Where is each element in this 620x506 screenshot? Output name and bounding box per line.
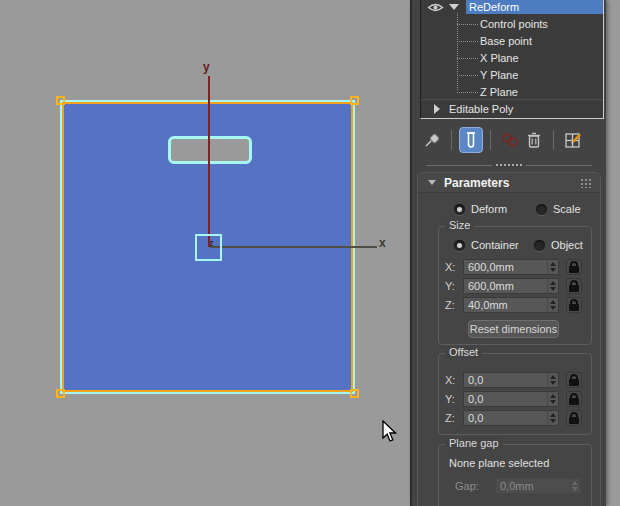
size-x-input[interactable]: 600,0mm: [463, 259, 559, 275]
stack-subitem-x-plane[interactable]: X Plane: [457, 51, 519, 65]
stack-subitem-z-plane[interactable]: Z Plane: [457, 85, 518, 99]
stack-subitem-control-points[interactable]: Control points: [457, 17, 548, 31]
scale-radio-label[interactable]: Scale: [553, 203, 581, 215]
size-x-label: X:: [445, 261, 463, 273]
corner-handle-top-right[interactable]: [350, 96, 359, 105]
subitem-label[interactable]: Base point: [478, 35, 532, 47]
scale-radio-group[interactable]: Scale: [536, 203, 581, 215]
x-axis-line: [210, 246, 377, 248]
size-group-title: Size: [445, 219, 474, 231]
control-point-slot[interactable]: [168, 136, 252, 164]
modifier-stack-list[interactable]: ReDeform Control points Base point X Pla…: [420, 0, 604, 119]
viewport[interactable]: y x z: [0, 0, 410, 506]
offset-y-input[interactable]: 0,0: [463, 391, 559, 407]
offset-z-spinner[interactable]: [547, 411, 558, 425]
chevron-down-icon[interactable]: [449, 4, 459, 10]
gap-value: 0,0mm: [496, 480, 569, 492]
size-z-lock-button[interactable]: [566, 297, 582, 313]
size-y-value[interactable]: 600,0mm: [464, 280, 547, 292]
offset-z-value[interactable]: 0,0: [464, 412, 547, 424]
offset-y-label: Y:: [445, 393, 463, 405]
stack-item-editable-poly[interactable]: Editable Poly: [421, 99, 603, 118]
rollout-collapse-icon[interactable]: [428, 180, 436, 185]
gap-input: 0,0mm: [495, 478, 581, 494]
size-z-value[interactable]: 40,0mm: [464, 299, 547, 311]
make-unique-button[interactable]: [498, 127, 522, 153]
corner-handle-bottom-left[interactable]: [56, 389, 65, 398]
corner-handle-top-left[interactable]: [56, 96, 65, 105]
subitem-label[interactable]: X Plane: [478, 52, 519, 64]
divider-line: [526, 165, 592, 166]
toolbar-separator: [553, 130, 554, 150]
configure-modifier-sets-button[interactable]: [561, 127, 585, 153]
offset-z-lock-button[interactable]: [566, 410, 582, 426]
offset-y-lock-button[interactable]: [566, 391, 582, 407]
size-y-input[interactable]: 600,0mm: [463, 278, 559, 294]
panel-resize-grip[interactable]: [426, 162, 592, 168]
modifier-row-redeform[interactable]: ReDeform: [421, 0, 603, 14]
base-object-label[interactable]: Editable Poly: [449, 103, 513, 115]
object-radio-group[interactable]: Object: [534, 239, 583, 251]
container-radio[interactable]: [454, 240, 465, 251]
size-group: Size Container Object X: 600,0mm Y:: [438, 226, 592, 345]
subitem-label[interactable]: Z Plane: [478, 86, 518, 98]
size-y-row: Y: 600,0mm: [445, 278, 582, 294]
chevron-right-icon[interactable]: [434, 104, 440, 114]
gap-row: Gap: 0,0mm: [455, 478, 581, 494]
stack-subitem-y-plane[interactable]: Y Plane: [457, 68, 518, 82]
deform-radio-group[interactable]: Deform: [454, 203, 507, 215]
trash-icon: [526, 131, 542, 149]
rollout-drag-grip-icon[interactable]: [580, 178, 592, 188]
stack-subitem-base-point[interactable]: Base point: [457, 34, 532, 48]
deform-radio[interactable]: [454, 204, 465, 215]
size-z-row: Z: 40,0mm: [445, 297, 582, 313]
remove-modifier-button[interactable]: [522, 127, 546, 153]
size-y-lock-button[interactable]: [566, 278, 582, 294]
offset-x-spinner[interactable]: [547, 373, 558, 387]
subitem-label[interactable]: Control points: [478, 18, 548, 30]
show-end-result-button[interactable]: [459, 127, 483, 153]
size-x-lock-button[interactable]: [566, 259, 582, 275]
visibility-eye-icon[interactable]: [427, 2, 444, 13]
offset-y-value[interactable]: 0,0: [464, 393, 547, 405]
mouse-cursor-icon: [382, 420, 397, 442]
container-radio-group[interactable]: Container: [454, 239, 519, 251]
selected-modifier-label[interactable]: ReDeform: [466, 0, 603, 14]
scale-radio[interactable]: [536, 204, 547, 215]
deform-radio-label[interactable]: Deform: [471, 203, 507, 215]
object-radio-label[interactable]: Object: [551, 239, 583, 251]
rollout-title: Parameters: [444, 176, 580, 190]
offset-x-label: X:: [445, 374, 463, 386]
parameters-rollout-header[interactable]: Parameters: [418, 173, 600, 193]
object-radio[interactable]: [534, 240, 545, 251]
offset-x-input[interactable]: 0,0: [463, 372, 559, 388]
size-x-spinner[interactable]: [547, 260, 558, 274]
offset-group-title: Offset: [445, 346, 482, 358]
size-z-input[interactable]: 40,0mm: [463, 297, 559, 313]
modifier-stack-toolbar: [420, 126, 600, 154]
y-axis-label: y: [203, 60, 210, 74]
size-x-value[interactable]: 600,0mm: [464, 261, 547, 273]
configure-modifier-sets-icon: [564, 131, 583, 149]
offset-z-row: Z: 0,0: [445, 410, 582, 426]
offset-x-value[interactable]: 0,0: [464, 374, 547, 386]
size-z-spinner[interactable]: [547, 298, 558, 312]
offset-y-spinner[interactable]: [547, 392, 558, 406]
show-end-result-icon: [465, 131, 477, 149]
gap-spinner: [569, 479, 580, 493]
subitem-label[interactable]: Y Plane: [478, 69, 518, 81]
parameters-rollout: Parameters Deform Scale Size Container O…: [417, 172, 601, 506]
reset-dimensions-button[interactable]: Reset dimensions: [468, 320, 559, 338]
gap-label: Gap:: [455, 480, 495, 492]
container-radio-label[interactable]: Container: [471, 239, 519, 251]
x-axis-label: x: [379, 236, 386, 250]
size-y-spinner[interactable]: [547, 279, 558, 293]
offset-x-lock-button[interactable]: [566, 372, 582, 388]
offset-group: Offset X: 0,0 Y: 0,0 Z: 0: [438, 353, 592, 435]
tree-branch-line: [457, 24, 478, 25]
corner-handle-bottom-right[interactable]: [350, 389, 359, 398]
make-unique-icon: [500, 131, 520, 149]
plane-gap-status: None plane selected: [449, 457, 549, 469]
offset-z-input[interactable]: 0,0: [463, 410, 559, 426]
pin-stack-button[interactable]: [420, 127, 444, 153]
